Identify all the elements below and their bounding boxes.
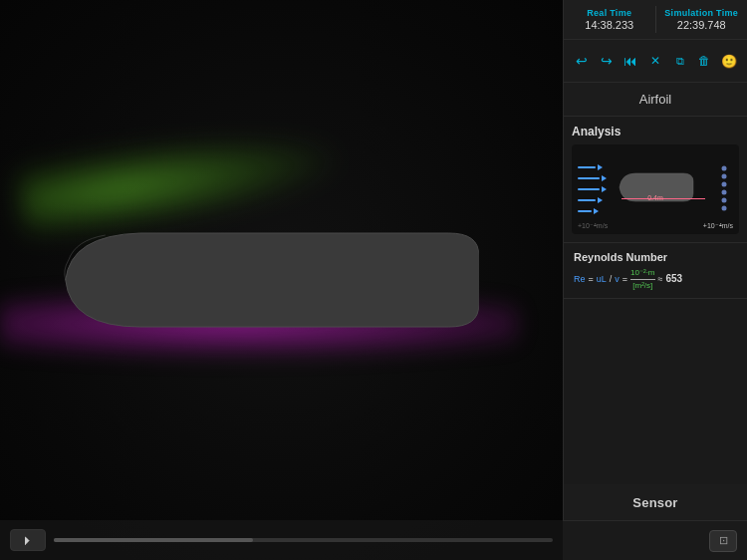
analysis-section: Analysis 0.4m — [564, 117, 747, 243]
svg-point-2 — [722, 182, 727, 187]
sim-time-block: Simulation Time 22:39.748 — [656, 6, 748, 33]
airfoil-shape — [50, 215, 478, 345]
measure-label: 0.4m — [647, 194, 663, 201]
svg-point-3 — [722, 190, 727, 195]
analysis-title: Analysis — [572, 125, 739, 139]
clear-button[interactable]: ✕ — [643, 48, 668, 74]
play-button[interactable]: ⏵ — [10, 529, 46, 551]
real-time-value: 14:38.233 — [570, 19, 649, 31]
toolbar: ↩ ↪ ⏮ ✕ ⧉ 🗑 🙂 — [564, 40, 747, 83]
svg-point-4 — [722, 198, 727, 203]
delete-button[interactable]: 🗑 — [692, 48, 717, 74]
rewind-button[interactable]: ⏮ — [619, 48, 643, 74]
progress-track[interactable] — [54, 538, 553, 542]
reynolds-formula: Re = uL / v = 10⁻²·m [m²/s] ≈ 653 — [574, 268, 737, 290]
measure-line — [622, 198, 705, 199]
emoji-button[interactable]: 🙂 — [716, 48, 741, 74]
panel-toggle-button[interactable]: ⊡ — [709, 530, 737, 552]
viz-label-left: +10⁻⁴m/s — [578, 222, 608, 230]
reynolds-title: Reynolds Number — [574, 251, 737, 263]
panel-toggle-icon: ⊡ — [719, 534, 728, 547]
time-header: Real Time 14:38.233 Simulation Time 22:3… — [564, 0, 747, 40]
sim-time-value: 22:39.748 — [662, 19, 742, 31]
viz-labels: +10⁻⁴m/s +10⁻⁴m/s — [572, 222, 739, 230]
airfoil-label[interactable]: Airfoil — [564, 83, 747, 117]
sim-time-label: Simulation Time — [662, 8, 742, 18]
simulation-canvas: ⏵ — [0, 0, 563, 560]
svg-point-0 — [722, 166, 727, 171]
mini-airfoil — [616, 167, 695, 211]
reynolds-section: Reynolds Number Re = uL / v = 10⁻²·m [m²… — [564, 243, 747, 299]
right-panel: Real Time 14:38.233 Simulation Time 22:3… — [563, 0, 747, 560]
analysis-visualization: 0.4m +10⁻⁴m/s +10⁻⁴m/s — [572, 144, 739, 234]
svg-point-1 — [722, 174, 727, 179]
real-time-block: Real Time 14:38.233 — [564, 6, 656, 33]
real-time-label: Real Time — [570, 8, 649, 18]
play-icon: ⏵ — [22, 533, 34, 547]
svg-point-5 — [722, 206, 727, 211]
viz-dots — [715, 162, 733, 216]
undo-button[interactable]: ↩ — [570, 48, 595, 74]
bottom-right-panel: ⊡ — [563, 520, 747, 560]
progress-fill — [54, 538, 253, 542]
flow-arrows — [578, 164, 607, 214]
redo-button[interactable]: ↪ — [595, 48, 620, 74]
copy-button[interactable]: ⧉ — [667, 48, 692, 74]
viz-label-right: +10⁻⁴m/s — [703, 222, 733, 230]
sensor-button[interactable]: Sensor — [564, 484, 747, 522]
playback-bar: ⏵ — [0, 520, 563, 560]
